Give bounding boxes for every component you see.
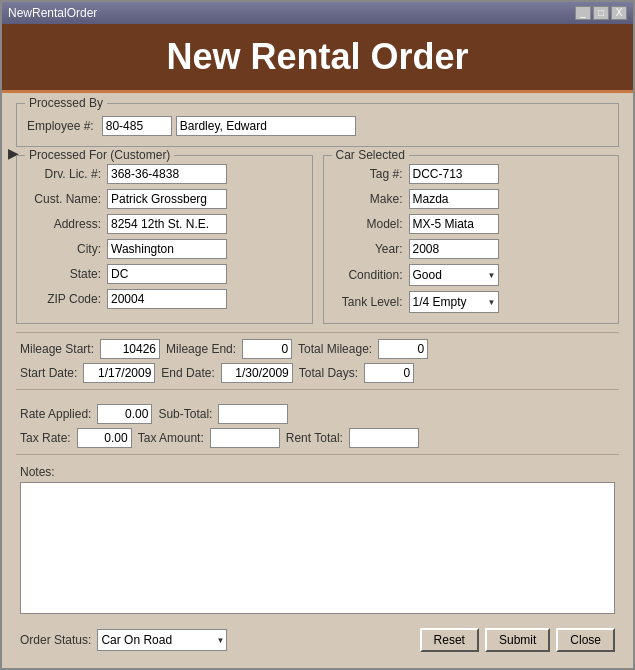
financials-row1: Rate Applied: Sub-Total: (20, 404, 615, 424)
tag-label: Tag #: (334, 167, 409, 181)
financials-row2: Tax Rate: Tax Amount: Rent Total: (20, 428, 615, 448)
employee-label: Employee #: (27, 119, 98, 133)
model-row: Model: (334, 214, 609, 234)
make-input[interactable] (409, 189, 499, 209)
end-date-label: End Date: (161, 366, 214, 380)
total-days-label: Total Days: (299, 366, 358, 380)
order-status-label: Order Status: (20, 633, 91, 647)
address-row: Address: (27, 214, 302, 234)
employee-number-input[interactable] (102, 116, 172, 136)
submit-button[interactable]: Submit (485, 628, 550, 652)
tax-rate-label: Tax Rate: (20, 431, 71, 445)
window-title: NewRentalOrder (8, 6, 97, 20)
car-selected-legend: Car Selected (332, 148, 409, 162)
condition-select-wrapper: Good Fair Poor Excellent (409, 264, 499, 286)
address-label: Address: (27, 217, 107, 231)
notes-label: Notes: (20, 465, 615, 479)
year-input[interactable] (409, 239, 499, 259)
model-label: Model: (334, 217, 409, 231)
make-row: Make: (334, 189, 609, 209)
processed-by-legend: Processed By (25, 96, 107, 110)
tax-rate-input[interactable] (77, 428, 132, 448)
condition-select[interactable]: Good Fair Poor Excellent (409, 264, 499, 286)
drv-lic-label: Drv. Lic. #: (27, 167, 107, 181)
tag-row: Tag #: (334, 164, 609, 184)
mileage-start-label: Mileage Start: (20, 342, 94, 356)
close-button[interactable]: Close (556, 628, 615, 652)
sub-total-label: Sub-Total: (158, 407, 212, 421)
zip-input[interactable] (107, 289, 227, 309)
rate-applied-label: Rate Applied: (20, 407, 91, 421)
mileage-end-input[interactable] (242, 339, 292, 359)
tag-input[interactable] (409, 164, 499, 184)
sub-total-input[interactable] (218, 404, 288, 424)
zip-row: ZIP Code: (27, 289, 302, 309)
rate-applied-input[interactable] (97, 404, 152, 424)
notes-textarea[interactable] (20, 482, 615, 614)
mileage-end-label: Mileage End: (166, 342, 236, 356)
total-mileage-input[interactable] (378, 339, 428, 359)
zip-label: ZIP Code: (27, 292, 107, 306)
notes-section: Notes: (16, 463, 619, 616)
city-label: City: (27, 242, 107, 256)
city-input[interactable] (107, 239, 227, 259)
drv-lic-input[interactable] (107, 164, 227, 184)
header-banner: New Rental Order (2, 24, 633, 93)
tank-select-wrapper: 1/4 Empty 1/2 Empty 3/4 Empty Full Empty (409, 291, 499, 313)
employee-row: Employee #: (27, 116, 608, 136)
make-label: Make: (334, 192, 409, 206)
tank-row: Tank Level: 1/4 Empty 1/2 Empty 3/4 Empt… (334, 291, 609, 313)
tank-label: Tank Level: (334, 295, 409, 309)
main-content: ▶ Processed By Employee #: Processed For… (2, 93, 633, 668)
tank-select[interactable]: 1/4 Empty 1/2 Empty 3/4 Empty Full Empty (409, 291, 499, 313)
year-row: Year: (334, 239, 609, 259)
processed-for-section: Processed For (Customer) Drv. Lic. #: Cu… (16, 155, 313, 324)
model-input[interactable] (409, 214, 499, 234)
car-selected-section: Car Selected Tag #: Make: Model: Year: (323, 155, 620, 324)
mileage-start-input[interactable] (100, 339, 160, 359)
state-row: State: (27, 264, 302, 284)
cust-name-label: Cust. Name: (27, 192, 107, 206)
condition-row: Condition: Good Fair Poor Excellent (334, 264, 609, 286)
order-status-select[interactable]: Car On Road Returned Pending Cancelled (97, 629, 227, 651)
tax-amount-input[interactable] (210, 428, 280, 448)
page-title: New Rental Order (166, 36, 468, 77)
start-date-label: Start Date: (20, 366, 77, 380)
dates-row: Start Date: End Date: Total Days: (20, 363, 615, 383)
minimize-button[interactable]: _ (575, 6, 591, 20)
main-window: NewRentalOrder _ □ X New Rental Order ▶ … (0, 0, 635, 670)
cust-name-input[interactable] (107, 189, 227, 209)
total-days-input[interactable] (364, 363, 414, 383)
two-panel: Processed For (Customer) Drv. Lic. #: Cu… (16, 155, 619, 324)
year-label: Year: (334, 242, 409, 256)
state-label: State: (27, 267, 107, 281)
state-input[interactable] (107, 264, 227, 284)
rent-total-label: Rent Total: (286, 431, 343, 445)
rent-total-input[interactable] (349, 428, 419, 448)
total-mileage-label: Total Mileage: (298, 342, 372, 356)
financials-section: Rate Applied: Sub-Total: Tax Rate: Tax A… (16, 398, 619, 455)
processed-by-section: Processed By Employee #: (16, 103, 619, 147)
metrics-section: Mileage Start: Mileage End: Total Mileag… (16, 332, 619, 390)
title-bar: NewRentalOrder _ □ X (2, 2, 633, 24)
drv-lic-row: Drv. Lic. #: (27, 164, 302, 184)
reset-button[interactable]: Reset (420, 628, 479, 652)
mileage-row: Mileage Start: Mileage End: Total Mileag… (20, 339, 615, 359)
employee-name-input[interactable] (176, 116, 356, 136)
order-status-select-wrapper: Car On Road Returned Pending Cancelled (97, 629, 227, 651)
close-button[interactable]: X (611, 6, 627, 20)
cust-name-row: Cust. Name: (27, 189, 302, 209)
maximize-button[interactable]: □ (593, 6, 609, 20)
tax-amount-label: Tax Amount: (138, 431, 204, 445)
processed-for-legend: Processed For (Customer) (25, 148, 174, 162)
address-input[interactable] (107, 214, 227, 234)
end-date-input[interactable] (221, 363, 293, 383)
bottom-row: Order Status: Car On Road Returned Pendi… (16, 624, 619, 658)
condition-label: Condition: (334, 268, 409, 282)
window-controls: _ □ X (575, 6, 627, 20)
city-row: City: (27, 239, 302, 259)
start-date-input[interactable] (83, 363, 155, 383)
